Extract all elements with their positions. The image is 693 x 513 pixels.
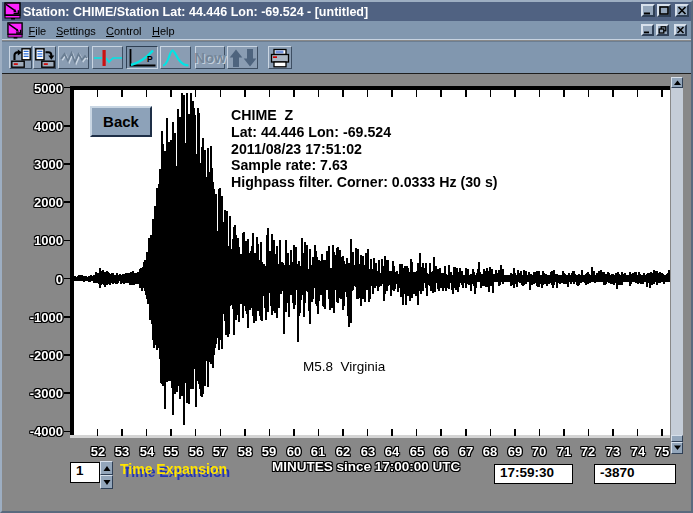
svg-text:P: P	[147, 53, 153, 63]
